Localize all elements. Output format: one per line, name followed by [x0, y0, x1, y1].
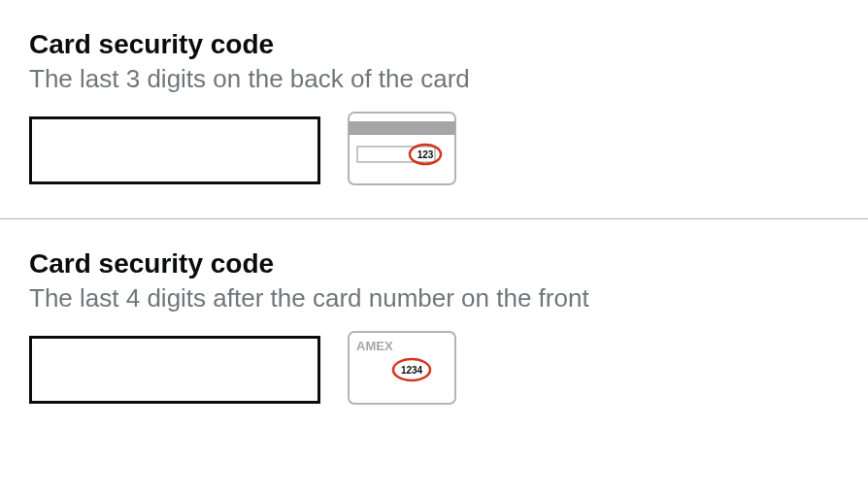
- input-row: 123: [29, 112, 839, 189]
- field-label: Card security code: [29, 29, 839, 60]
- cvc-section-front: Card security code The last 4 digits aft…: [0, 219, 868, 438]
- cvc-input[interactable]: [29, 116, 320, 184]
- card-back-icon: 123: [348, 112, 456, 189]
- card-front-amex-icon: AMEX 1234: [348, 331, 456, 409]
- cvc-section-back: Card security code The last 3 digits on …: [0, 0, 868, 218]
- field-label: Card security code: [29, 248, 839, 279]
- example-digits: 123: [417, 149, 434, 160]
- field-hint: The last 4 digits after the card number …: [29, 283, 839, 313]
- input-row: AMEX 1234: [29, 331, 839, 409]
- example-digits: 1234: [401, 365, 423, 376]
- svg-rect-1: [349, 121, 455, 135]
- card-brand-text: AMEX: [356, 339, 393, 353]
- field-hint: The last 3 digits on the back of the car…: [29, 64, 839, 94]
- cvc-input[interactable]: [29, 336, 320, 404]
